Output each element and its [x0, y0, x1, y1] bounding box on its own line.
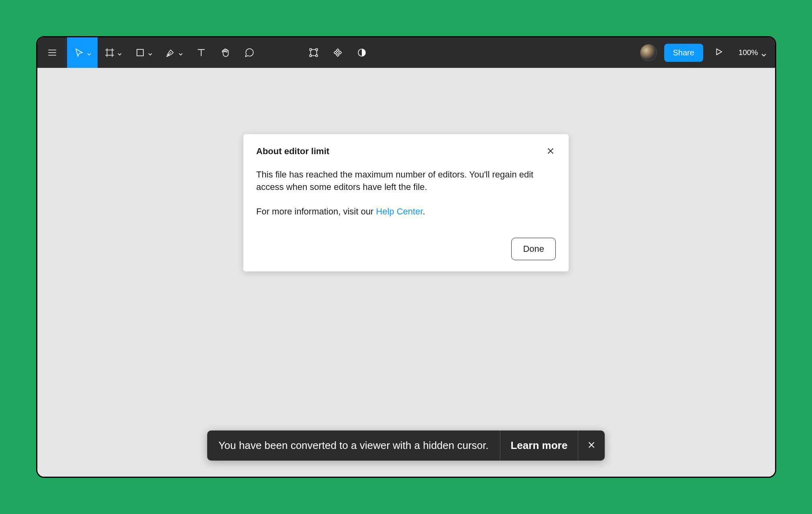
pen-icon [165, 47, 176, 58]
move-tool-button[interactable] [67, 37, 98, 68]
svg-rect-14 [316, 49, 317, 50]
editor-limit-modal: About editor limit This file has reached… [243, 134, 569, 271]
toolbar-left [37, 37, 374, 68]
modal-body-para-2: For more information, visit our Help Cen… [256, 206, 556, 218]
toolbar-right: Share 100% [640, 44, 769, 62]
shape-tool-button[interactable] [128, 37, 159, 68]
svg-rect-16 [316, 55, 317, 56]
learn-more-link[interactable]: Learn more [500, 430, 578, 461]
pen-tool-button[interactable] [159, 37, 189, 68]
svg-rect-15 [310, 55, 311, 56]
chevron-down-icon [761, 51, 765, 55]
frame-tool-button[interactable] [98, 37, 128, 68]
share-button[interactable]: Share [664, 44, 703, 62]
text-icon [196, 47, 207, 58]
modal-title: About editor limit [256, 146, 329, 157]
mask-tool-button[interactable] [350, 37, 374, 68]
text-tool-button[interactable] [189, 37, 213, 68]
svg-rect-13 [310, 49, 311, 50]
chevron-down-icon [179, 51, 183, 55]
component-icon [332, 47, 343, 58]
toast-close-button[interactable] [578, 430, 605, 461]
comment-tool-button[interactable] [237, 37, 261, 68]
bounding-box-tool-button[interactable] [302, 37, 326, 68]
chevron-down-icon [118, 51, 122, 55]
chevron-down-icon [148, 51, 152, 55]
modal-body: This file has reached the maximum number… [256, 169, 556, 218]
user-avatar[interactable] [640, 44, 657, 61]
toast-message: You have been converted to a viewer with… [207, 430, 500, 461]
svg-rect-7 [137, 49, 143, 56]
bounding-box-icon [308, 47, 319, 58]
component-tool-button[interactable] [326, 37, 350, 68]
half-moon-icon [356, 47, 367, 58]
present-button[interactable] [710, 47, 727, 58]
play-icon [714, 51, 723, 57]
modal-footer: Done [256, 238, 556, 260]
app-window: Share 100% About ed [36, 36, 776, 478]
done-button[interactable]: Done [511, 238, 556, 260]
close-icon [587, 441, 596, 451]
rectangle-icon [135, 47, 146, 58]
modal-close-button[interactable] [546, 147, 556, 156]
zoom-control[interactable]: 100% [734, 48, 769, 57]
modal-body-para-1: This file has reached the maximum number… [256, 169, 556, 194]
hamburger-icon [47, 47, 58, 58]
cursor-icon [73, 47, 85, 58]
modal-header: About editor limit [256, 146, 556, 157]
main-menu-button[interactable] [37, 37, 67, 68]
canvas[interactable]: About editor limit This file has reached… [37, 68, 775, 477]
viewer-toast: You have been converted to a viewer with… [207, 430, 605, 461]
hand-tool-button[interactable] [213, 37, 237, 68]
zoom-level-text: 100% [739, 48, 758, 57]
toolbar: Share 100% [37, 37, 775, 68]
close-icon [546, 150, 555, 157]
comment-icon [244, 47, 255, 58]
help-center-link[interactable]: Help Center [376, 206, 422, 216]
chevron-down-icon [87, 51, 91, 55]
hand-icon [220, 47, 231, 58]
frame-icon [104, 47, 115, 58]
